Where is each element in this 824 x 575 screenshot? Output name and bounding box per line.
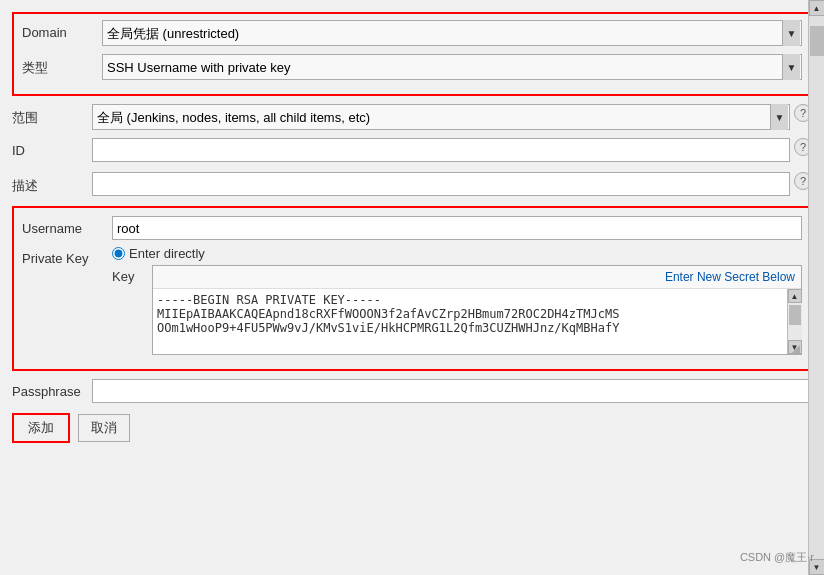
desc-field: [92, 172, 790, 196]
private-key-options: Enter directly: [112, 246, 802, 261]
desc-label: 描述: [12, 172, 92, 195]
enter-directly-radio[interactable]: [112, 247, 125, 260]
passphrase-row: Passphrase: [12, 379, 812, 403]
enter-directly-option[interactable]: Enter directly: [112, 246, 205, 261]
username-input[interactable]: [112, 216, 802, 240]
credential-section: Username Private Key Enter directly: [12, 206, 812, 371]
scope-select-wrapper: 全局 (Jenkins, nodes, items, all child ite…: [92, 104, 790, 130]
type-select[interactable]: SSH Username with private key: [102, 54, 802, 80]
watermark: CSDN @魔王·r: [740, 550, 814, 565]
scroll-track: [788, 303, 802, 340]
type-select-wrapper: SSH Username with private key ▼: [102, 54, 802, 80]
add-button[interactable]: 添加: [12, 413, 70, 443]
scope-label: 范围: [12, 104, 92, 127]
desc-input[interactable]: [92, 172, 790, 196]
type-label: 类型: [22, 54, 102, 77]
key-hint-text: Enter New Secret Below: [665, 270, 795, 284]
key-label: Key: [112, 265, 152, 284]
cancel-button[interactable]: 取消: [78, 414, 130, 442]
type-row: 类型 SSH Username with private key ▼: [22, 54, 802, 82]
domain-label: Domain: [22, 20, 102, 40]
button-row: 添加 取消: [12, 413, 812, 443]
main-scroll-track: [809, 16, 825, 559]
key-hint-bar: Enter New Secret Below: [153, 266, 801, 289]
private-key-field: Enter directly Key Enter New Secret Belo…: [112, 246, 802, 355]
main-scroll-up-btn[interactable]: ▲: [809, 0, 825, 16]
id-row: ID ?: [12, 138, 812, 166]
key-area-wrapper: Enter New Secret Below ▲: [152, 265, 802, 355]
passphrase-label: Passphrase: [12, 384, 92, 399]
scope-row: 范围 全局 (Jenkins, nodes, items, all child …: [12, 104, 812, 132]
private-key-label: Private Key: [22, 246, 112, 266]
username-row: Username: [22, 216, 802, 240]
key-sub-row: Key Enter New Secret Below ▲: [112, 265, 802, 355]
private-key-row: Private Key Enter directly Key: [22, 246, 802, 355]
username-field: [112, 216, 802, 240]
form-container: Domain 全局凭据 (unrestricted) ▼ 类型 SSH User…: [0, 8, 824, 455]
scroll-up-btn[interactable]: ▲: [788, 289, 802, 303]
key-content-area: Enter New Secret Below ▲: [152, 265, 802, 355]
id-field: [92, 138, 790, 162]
key-textarea-wrapper: ▲ ▼: [153, 289, 801, 354]
enter-directly-label: Enter directly: [129, 246, 205, 261]
desc-row: 描述 ?: [12, 172, 812, 200]
id-input[interactable]: [92, 138, 790, 162]
main-scrollbar: ▲ ▼: [808, 0, 824, 575]
scope-select[interactable]: 全局 (Jenkins, nodes, items, all child ite…: [92, 104, 790, 130]
passphrase-input[interactable]: [92, 379, 812, 403]
scroll-thumb[interactable]: [789, 305, 801, 325]
page-wrapper: Domain 全局凭据 (unrestricted) ▼ 类型 SSH User…: [0, 0, 824, 575]
id-label: ID: [12, 138, 92, 158]
key-resize-handle[interactable]: [789, 342, 801, 354]
username-label: Username: [22, 216, 112, 236]
domain-type-section: Domain 全局凭据 (unrestricted) ▼ 类型 SSH User…: [12, 12, 812, 96]
domain-select-wrapper: 全局凭据 (unrestricted) ▼: [102, 20, 802, 46]
domain-select[interactable]: 全局凭据 (unrestricted): [102, 20, 802, 46]
domain-row: Domain 全局凭据 (unrestricted) ▼: [22, 20, 802, 48]
main-scroll-thumb[interactable]: [810, 26, 824, 56]
key-textarea[interactable]: [153, 289, 787, 354]
